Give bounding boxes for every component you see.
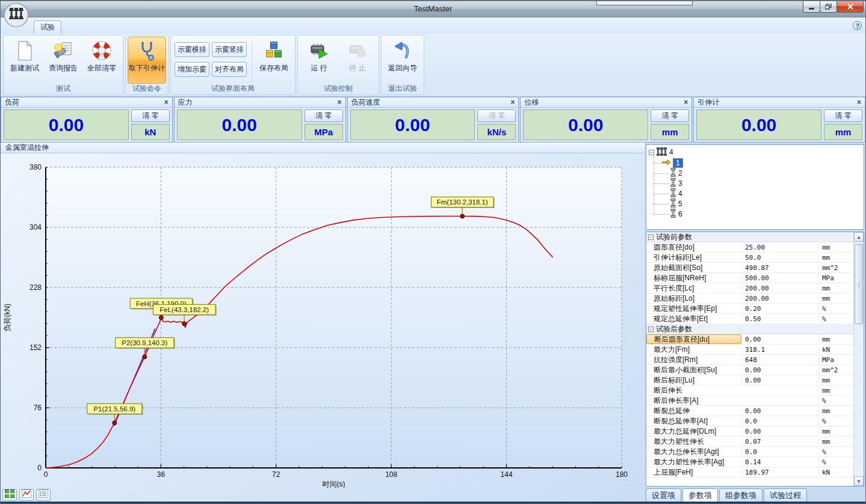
param-row[interactable]: 断后最小截面积[Su]0.00mm^2 bbox=[646, 365, 853, 375]
param-row[interactable]: 最大力总伸长率[Agt]0.0% bbox=[646, 447, 853, 457]
ribbon-button-query-report[interactable]: 查询报告 bbox=[44, 37, 82, 84]
tree-root[interactable]: −4 bbox=[649, 147, 673, 157]
app-icon[interactable] bbox=[4, 2, 29, 28]
param-row[interactable]: 最大力塑性伸长率[Ag]0.14% bbox=[646, 457, 853, 467]
param-row[interactable]: 上屈服[FeH]189.97kN bbox=[646, 467, 853, 478]
scroll-down-icon[interactable]: ▼ bbox=[854, 476, 864, 486]
param-name: 断后标距[Lu] bbox=[646, 375, 741, 386]
param-row[interactable]: 标称屈服[NReH]500.00MPa bbox=[646, 273, 853, 283]
close-icon[interactable]: × bbox=[510, 99, 515, 106]
param-group-header[interactable]: −试验后参数 bbox=[646, 324, 853, 334]
tree-item-3[interactable]: 3 bbox=[670, 179, 682, 188]
param-unit: % bbox=[818, 417, 853, 425]
unit-label: kN/s bbox=[477, 124, 516, 140]
measure-panel-titlebar[interactable]: 位移× bbox=[521, 97, 691, 108]
bottom-tab-1[interactable]: 参数项 bbox=[682, 488, 718, 502]
param-row[interactable]: 断后伸长率[A]% bbox=[646, 396, 853, 406]
value-display: 0.00 bbox=[350, 109, 475, 140]
ribbon-button-new-test[interactable]: 新建测试 bbox=[5, 37, 44, 84]
param-row[interactable]: 最大力塑性伸长0.07mm bbox=[646, 437, 853, 447]
close-icon[interactable]: × bbox=[338, 99, 342, 106]
close-button[interactable] bbox=[837, 1, 864, 13]
param-row[interactable]: 规定塑性延伸率[Ep]0.20% bbox=[646, 304, 853, 314]
bottom-tab-0[interactable]: 设置项 bbox=[646, 488, 681, 502]
clear-zero-button[interactable]: 清 零 bbox=[305, 109, 343, 122]
ribbon-button-extensometer[interactable]: 取下引伸计 bbox=[128, 37, 166, 84]
ribbon-button-run[interactable]: 运 行 bbox=[300, 37, 338, 84]
specimen-icon bbox=[670, 178, 676, 189]
ribbon: 新建测试查询报告全部清零测试取下引伸计试验命令示窗横排示窗竖排增加示窗对齐布局保… bbox=[1, 34, 865, 97]
param-name: 断后最小截面积[Su] bbox=[646, 365, 741, 375]
param-row[interactable]: 最大力[Fm]318.1kN bbox=[646, 345, 853, 355]
help-icon[interactable]: ? bbox=[853, 21, 862, 30]
param-row[interactable]: 规定总延伸率[Et]0.50% bbox=[646, 314, 853, 324]
param-row[interactable]: 抗拉强度[Rm]648MPa bbox=[646, 355, 853, 365]
param-row[interactable]: 断后伸长mm bbox=[646, 386, 853, 396]
doc-tab-metal-tensile[interactable]: 金属室温拉伸 bbox=[5, 143, 49, 152]
param-value: 200.00 bbox=[741, 284, 818, 292]
tree-item-4[interactable]: 4 bbox=[670, 189, 682, 198]
tree-item-1[interactable]: 1 bbox=[662, 158, 683, 168]
param-row[interactable]: 断后标距[Lu]0.00mm bbox=[646, 375, 853, 386]
collapse-icon[interactable]: − bbox=[648, 327, 654, 332]
scrollbar[interactable]: ▲ ▼ bbox=[853, 232, 864, 486]
scroll-up-icon[interactable]: ▲ bbox=[854, 232, 864, 242]
clear-zero-button[interactable]: 清 零 bbox=[131, 109, 170, 122]
param-row[interactable]: 圆形直径[do]25.00mm bbox=[646, 242, 853, 253]
collapse-icon[interactable]: − bbox=[649, 150, 654, 155]
ribbon-button-clear-all[interactable]: 全部清零 bbox=[82, 37, 121, 84]
param-row[interactable]: 最大力总延伸[DLm]0.00mm bbox=[646, 426, 853, 437]
measure-panel-titlebar[interactable]: 负荷× bbox=[1, 97, 172, 108]
param-row[interactable]: 平行长度[Lc]200.00mm bbox=[646, 283, 853, 293]
param-row[interactable]: 原始标距[Lo]200.00mm bbox=[646, 293, 853, 304]
tile-windows-button[interactable] bbox=[2, 489, 17, 501]
back-wizard-icon bbox=[392, 40, 413, 61]
small-button-2[interactable]: 增加示窗 bbox=[175, 62, 209, 77]
close-icon[interactable]: × bbox=[684, 99, 688, 106]
param-unit: mm bbox=[818, 407, 853, 415]
clear-zero-button[interactable]: 清 零 bbox=[651, 109, 689, 122]
restore-button[interactable] bbox=[820, 1, 837, 13]
tree-item-5[interactable]: 5 bbox=[670, 199, 682, 209]
small-button-3[interactable]: 对齐布局 bbox=[212, 62, 247, 77]
measure-panel-titlebar[interactable]: 应力× bbox=[175, 97, 345, 108]
clear-zero-button[interactable]: 清 零 bbox=[824, 109, 862, 122]
chart-plot-area[interactable] bbox=[46, 167, 622, 468]
small-button-1[interactable]: 示窗竖排 bbox=[212, 42, 247, 57]
param-row[interactable]: 断裂总延伸率[At]0.0% bbox=[646, 416, 853, 426]
close-icon[interactable]: × bbox=[164, 99, 169, 106]
y-tick-label: 228 bbox=[29, 283, 42, 292]
curve-button[interactable] bbox=[19, 489, 34, 501]
tree-item-6[interactable]: 6 bbox=[670, 209, 682, 219]
list-button[interactable] bbox=[36, 489, 51, 501]
param-value: 0.50 bbox=[741, 315, 818, 323]
tree-item-2[interactable]: 2 bbox=[670, 168, 682, 178]
bottom-tab-2[interactable]: 组参数项 bbox=[719, 488, 762, 502]
close-icon[interactable]: × bbox=[857, 99, 861, 106]
measure-panel-titlebar[interactable]: 负荷速度× bbox=[348, 97, 519, 108]
param-group-header[interactable]: −试验前参数 bbox=[646, 232, 853, 242]
parameter-table: −试验前参数圆形直径[do]25.00mm引伸计标距[Le]50.0mm原始截面… bbox=[646, 232, 853, 486]
bottom-tab-3[interactable]: 试验过程 bbox=[764, 488, 807, 502]
param-row[interactable]: 引伸计标距[Le]50.0mm bbox=[646, 253, 853, 263]
tree-connector bbox=[654, 194, 669, 194]
collapse-icon[interactable]: − bbox=[648, 235, 654, 240]
ribbon-button-save-layout[interactable]: 保存布局 bbox=[255, 37, 293, 84]
scroll-thumb[interactable] bbox=[855, 244, 863, 324]
annotation-label: P1(21.5,56.9) bbox=[93, 405, 135, 413]
ribbon-button-back-wizard[interactable]: 返回向导 bbox=[383, 37, 422, 84]
small-button-0[interactable]: 示窗横排 bbox=[175, 42, 209, 57]
param-row[interactable]: 断裂总延伸0.00mm bbox=[646, 406, 853, 416]
ribbon-group-2: 示窗横排示窗竖排增加示窗对齐布局保存布局试验界面布局 bbox=[170, 35, 295, 95]
measure-panel-titlebar[interactable]: 引伸计× bbox=[694, 97, 865, 108]
param-row[interactable]: 原始截面积[So]490.87mm^2 bbox=[646, 263, 853, 273]
unit-label: MPa bbox=[305, 124, 343, 140]
minimize-button[interactable] bbox=[803, 1, 820, 13]
param-row[interactable]: 断后圆形直径[du]0.00mm bbox=[646, 334, 853, 345]
load-time-chart[interactable]: 07615222830438003672108144180负荷(kN)时间(s)… bbox=[1, 153, 645, 488]
panel-right-column: 清 零kN bbox=[131, 109, 170, 140]
tab-test[interactable]: 试验 bbox=[34, 20, 61, 34]
param-unit: % bbox=[818, 448, 853, 456]
param-name: 原始标距[Lo] bbox=[646, 293, 741, 304]
titlebar[interactable]: TestMaster bbox=[1, 1, 865, 17]
